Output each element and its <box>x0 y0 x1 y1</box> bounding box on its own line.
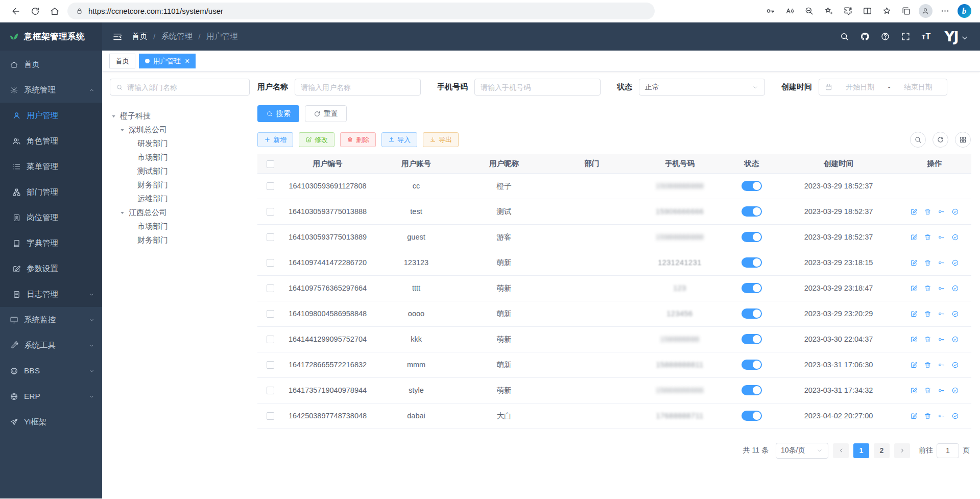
status-select[interactable]: 正常 <box>639 79 765 96</box>
breadcrumb-item[interactable]: 首页 <box>132 31 148 42</box>
status-toggle[interactable] <box>742 257 762 268</box>
read-aloud-button[interactable] <box>780 2 799 20</box>
edit-user-button[interactable] <box>910 259 918 267</box>
browser-back-button[interactable] <box>6 2 26 20</box>
breadcrumb-item[interactable]: 系统管理 <box>161 31 193 42</box>
extensions-button[interactable] <box>838 2 857 20</box>
tree-node[interactable]: 橙子科技 <box>110 109 250 123</box>
assign-role-button[interactable] <box>951 208 959 216</box>
tree-node[interactable]: 测试部门 <box>110 164 250 178</box>
password-manager-button[interactable] <box>760 2 780 20</box>
assign-role-button[interactable] <box>951 336 959 343</box>
page-button-2[interactable]: 2 <box>874 443 890 458</box>
status-toggle[interactable] <box>742 334 762 344</box>
tree-node[interactable]: 市场部门 <box>110 220 250 233</box>
delete-user-button[interactable] <box>924 259 931 267</box>
edit-user-button[interactable]: 修改 <box>299 132 334 147</box>
search-button[interactable]: 搜索 <box>257 105 299 122</box>
dept-search-input[interactable] <box>127 83 244 91</box>
status-toggle[interactable] <box>742 232 762 242</box>
row-checkbox[interactable] <box>267 208 274 216</box>
tree-node[interactable]: 深圳总公司 <box>110 123 250 137</box>
edit-user-button[interactable] <box>910 361 918 369</box>
edit-user-button[interactable] <box>910 336 918 343</box>
column-settings-button[interactable] <box>955 132 971 148</box>
assign-role-button[interactable] <box>951 259 959 267</box>
sidebar-item-dept-mgmt[interactable]: 部门管理 <box>0 179 102 205</box>
edit-user-button[interactable] <box>910 412 918 420</box>
sidebar-item-role-mgmt[interactable]: 角色管理 <box>0 128 102 154</box>
row-checkbox[interactable] <box>267 412 274 420</box>
assign-role-button[interactable] <box>951 412 959 420</box>
delete-user-button[interactable] <box>924 208 931 216</box>
zoom-button[interactable] <box>799 2 819 20</box>
select-all-checkbox[interactable] <box>267 160 274 168</box>
tree-node[interactable]: 江西总公司 <box>110 206 250 220</box>
delete-user-button[interactable]: 删除 <box>340 132 376 147</box>
add-to-favorites-button[interactable] <box>819 2 838 20</box>
sidebar-item-dict-mgmt[interactable]: 字典管理 <box>0 230 102 256</box>
sidebar-item-erp[interactable]: ERP <box>0 384 102 409</box>
reset-password-button[interactable] <box>938 361 945 369</box>
add-user-button[interactable]: 新增 <box>257 132 293 147</box>
search-button[interactable] <box>836 29 852 45</box>
split-screen-button[interactable] <box>857 2 877 20</box>
status-toggle[interactable] <box>742 308 762 319</box>
tab-item[interactable]: 用户管理× <box>139 54 196 68</box>
assign-role-button[interactable] <box>951 310 959 318</box>
font-size-button[interactable]: тT <box>918 29 934 45</box>
copilot-button[interactable]: b <box>954 2 974 20</box>
row-checkbox[interactable] <box>267 310 274 318</box>
collections-button[interactable] <box>896 2 916 20</box>
reset-password-button[interactable] <box>938 387 945 394</box>
assign-role-button[interactable] <box>951 387 959 394</box>
next-page-button[interactable] <box>894 443 910 458</box>
reset-password-button[interactable] <box>938 233 945 241</box>
delete-user-button[interactable] <box>924 336 931 343</box>
date-range-picker[interactable]: 开始日期 - 结束日期 <box>819 79 947 96</box>
favorites-bar-button[interactable] <box>877 2 896 20</box>
browser-refresh-button[interactable] <box>26 2 45 20</box>
edit-user-button[interactable] <box>910 310 918 318</box>
edit-user-button[interactable] <box>910 284 918 292</box>
browser-address-bar[interactable]: https://ccnetcore.com:1101/system/user <box>67 3 655 19</box>
sidebar-item-log-mgmt[interactable]: 日志管理 <box>0 281 102 307</box>
status-toggle[interactable] <box>742 283 762 293</box>
reset-password-button[interactable] <box>938 208 945 216</box>
reset-button[interactable]: 重置 <box>305 105 347 122</box>
row-checkbox[interactable] <box>267 361 274 369</box>
refresh-table-button[interactable] <box>933 132 948 148</box>
goto-page-input[interactable] <box>937 443 959 458</box>
more-menu-button[interactable] <box>935 2 954 20</box>
row-checkbox[interactable] <box>267 387 274 394</box>
toggle-search-button[interactable] <box>910 132 926 148</box>
github-button[interactable] <box>856 29 873 45</box>
phone-input[interactable] <box>481 83 594 91</box>
sidebar-item-system-tools[interactable]: 系统工具 <box>0 332 102 358</box>
reset-password-button[interactable] <box>938 310 945 318</box>
status-toggle[interactable] <box>742 360 762 370</box>
edit-user-button[interactable] <box>910 387 918 394</box>
reset-password-button[interactable] <box>938 412 945 420</box>
delete-user-button[interactable] <box>924 387 931 394</box>
tree-node[interactable]: 市场部门 <box>110 151 250 164</box>
tree-node[interactable]: 研发部门 <box>110 137 250 151</box>
delete-user-button[interactable] <box>924 361 931 369</box>
fullscreen-button[interactable] <box>897 29 914 45</box>
user-logo[interactable]: YJ <box>944 30 970 43</box>
page-button-1[interactable]: 1 <box>853 443 869 458</box>
row-checkbox[interactable] <box>267 182 274 190</box>
sidebar-item-post-mgmt[interactable]: 岗位管理 <box>0 205 102 230</box>
row-checkbox[interactable] <box>267 233 274 241</box>
help-button[interactable] <box>877 29 893 45</box>
tab-item[interactable]: 首页 <box>109 54 135 68</box>
sidebar-toggle-button[interactable] <box>108 28 127 46</box>
prev-page-button[interactable] <box>833 443 849 458</box>
delete-user-button[interactable] <box>924 412 931 420</box>
status-toggle[interactable] <box>742 181 762 191</box>
sidebar-item-menu-mgmt[interactable]: 菜单管理 <box>0 154 102 179</box>
browser-home-button[interactable] <box>45 2 64 20</box>
username-input[interactable] <box>301 83 415 91</box>
edit-user-button[interactable] <box>910 208 918 216</box>
tree-node[interactable]: 财务部门 <box>110 233 250 247</box>
